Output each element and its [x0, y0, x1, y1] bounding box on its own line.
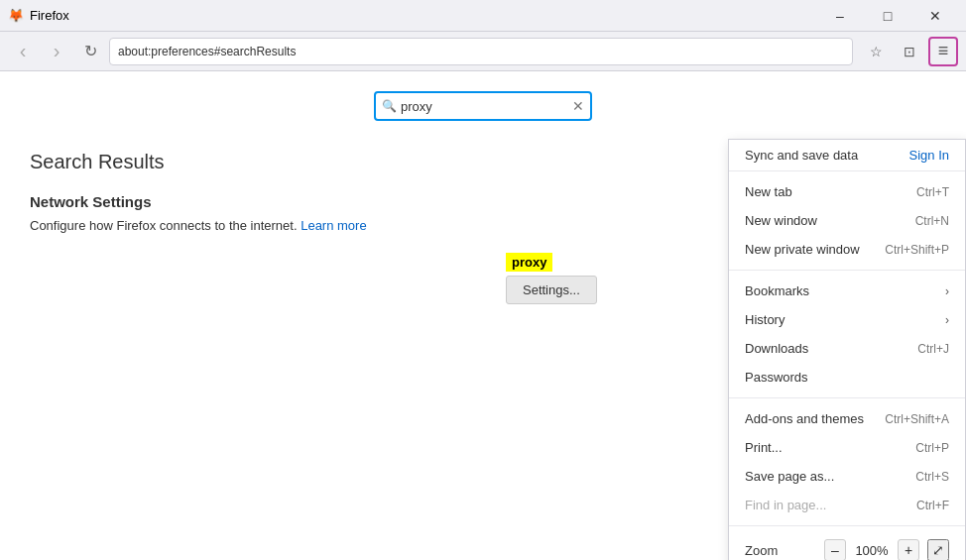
save-page-item[interactable]: Save page as... Ctrl+S [729, 462, 965, 491]
forward-button[interactable]: › [42, 37, 71, 66]
reload-button[interactable]: ↻ [75, 37, 105, 66]
new-window-item[interactable]: New window Ctrl+N [729, 206, 965, 235]
back-button[interactable]: ‹ [8, 37, 38, 66]
zoom-section: Zoom – 100% + ⤢ [729, 526, 965, 560]
sync-section: Sync and save data Sign In [729, 140, 965, 171]
addons-item[interactable]: Add-ons and themes Ctrl+Shift+A [729, 404, 965, 433]
browser-tools-section: Bookmarks › History › Downloads Ctrl+J P… [729, 271, 965, 398]
app-menu: Sync and save data Sign In New tab Ctrl+… [728, 139, 966, 560]
new-items-section: New tab Ctrl+T New window Ctrl+N New pri… [729, 171, 965, 271]
nav-bar: ‹ › ↻ about:preferences#searchResults ☆ … [0, 32, 966, 71]
zoom-plus-button[interactable]: + [898, 539, 919, 560]
passwords-item[interactable]: Passwords [729, 363, 965, 392]
tab-favicon: 🦊 [8, 8, 24, 23]
fullscreen-button[interactable]: ⤢ [927, 539, 949, 560]
title-bar-controls: – □ ✕ [817, 0, 958, 32]
zoom-row: Zoom – 100% + ⤢ [729, 532, 965, 560]
print-item[interactable]: Print... Ctrl+P [729, 433, 965, 462]
new-private-window-item[interactable]: New private window Ctrl+Shift+P [729, 235, 965, 264]
minimize-button[interactable]: – [817, 0, 863, 32]
bookmarks-item[interactable]: Bookmarks › [729, 277, 965, 305]
clear-search-icon[interactable]: ✕ [572, 98, 584, 114]
zoom-percent: 100% [854, 543, 890, 558]
settings-button[interactable]: Settings... [506, 276, 597, 304]
search-bar-wrapper: 🔍 ✕ [30, 91, 936, 121]
url-text: about:preferences#searchResults [118, 45, 296, 58]
star-button[interactable]: ☆ [861, 37, 891, 66]
history-item[interactable]: History › [729, 305, 965, 334]
new-tab-item[interactable]: New tab Ctrl+T [729, 177, 965, 206]
search-icon: 🔍 [382, 99, 397, 113]
url-bar[interactable]: about:preferences#searchResults [109, 38, 853, 65]
preferences-search-input[interactable] [401, 99, 568, 114]
downloads-item[interactable]: Downloads Ctrl+J [729, 334, 965, 363]
browser-frame: 🦊 Firefox – □ ✕ ‹ › ↻ about:preferences#… [0, 0, 966, 560]
maximize-button[interactable]: □ [865, 0, 910, 32]
zoom-label: Zoom [745, 543, 816, 558]
title-bar: 🦊 Firefox – □ ✕ [0, 0, 966, 32]
find-in-page-item[interactable]: Find in page... Ctrl+F [729, 491, 965, 519]
addons-section: Add-ons and themes Ctrl+Shift+A Print...… [729, 398, 965, 526]
proxy-highlight: proxy [506, 253, 552, 272]
sign-in-button[interactable]: Sign In [909, 148, 949, 163]
main-content: 🔍 ✕ Search Results Network Settings Conf… [0, 71, 966, 560]
nav-right-buttons: ☆ ⊡ ≡ [861, 37, 958, 66]
pocket-button[interactable]: ⊡ [895, 37, 924, 66]
menu-button[interactable]: ≡ [928, 37, 958, 66]
tab-title: Firefox [30, 8, 69, 23]
zoom-minus-button[interactable]: – [824, 539, 846, 560]
preferences-search-box[interactable]: 🔍 ✕ [374, 91, 592, 121]
sync-label: Sync and save data [745, 148, 858, 163]
close-button[interactable]: ✕ [912, 0, 958, 32]
learn-more-link[interactable]: Learn more [301, 218, 366, 233]
